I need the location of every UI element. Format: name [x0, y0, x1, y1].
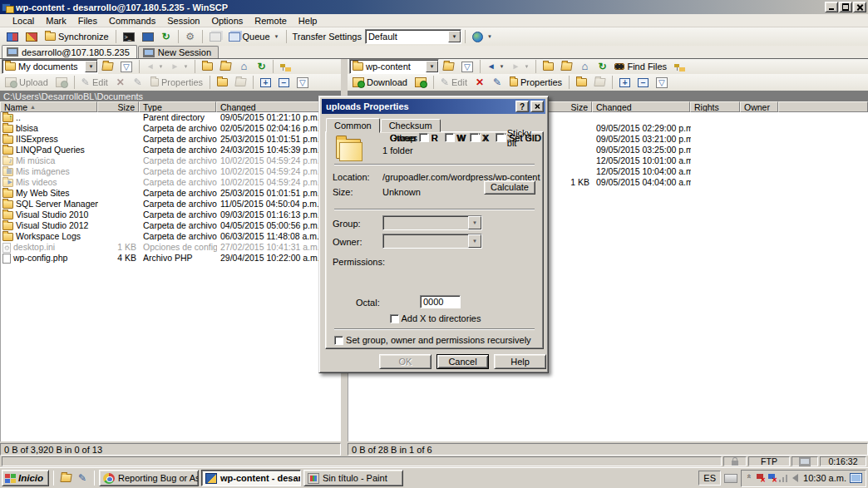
session-tab[interactable]: desarrollo@107.180.5.235 [2, 45, 137, 58]
column-header-type[interactable]: Type [139, 101, 216, 112]
file-row[interactable]: Mis imágenes Carpeta de archivos 10/02/2… [1, 166, 341, 177]
chevron-down-icon[interactable]: ▼ [468, 216, 481, 229]
preferences-button[interactable]: ⚙ [182, 28, 199, 45]
file-row[interactable]: Workspace Logs Carpeta de archivos 06/03… [1, 231, 341, 242]
file-row[interactable]: .. Parent directory 09/05/2015 01:21:10 … [1, 112, 341, 123]
show-desktop-button[interactable] [850, 473, 862, 483]
menu-item[interactable]: Local [7, 15, 40, 27]
execute-checkbox[interactable] [470, 133, 479, 142]
menu-item[interactable]: Help [293, 15, 323, 27]
dialog-help-button[interactable]: ? [515, 101, 529, 112]
file-row[interactable]: SQL Server Manageme... Carpeta de archiv… [1, 199, 341, 209]
menu-item[interactable]: Options [205, 15, 249, 27]
read-checkbox[interactable] [419, 133, 428, 142]
file-row[interactable]: LINQPad Queries Carpeta de archivos 24/0… [1, 145, 341, 155]
menu-item[interactable]: Files [72, 15, 103, 27]
left-refresh-button[interactable]: ↻ [253, 58, 269, 75]
group-combo[interactable]: ▼ [382, 215, 482, 230]
open-in-putty-button[interactable] [139, 28, 157, 45]
left-unselect-button[interactable]: − [275, 74, 293, 91]
right-new-file-button[interactable] [591, 74, 609, 91]
column-header-size[interactable]: Size [97, 101, 139, 112]
security-alert-icon[interactable] [756, 474, 764, 482]
chevron-down-icon[interactable]: ▼ [448, 31, 461, 42]
left-open-directory-button[interactable] [99, 58, 116, 75]
find-files-button[interactable]: Find Files [611, 58, 670, 75]
refresh-panels-button[interactable]: ↻ [158, 28, 175, 45]
right-rename-button[interactable]: ✎ [489, 74, 506, 91]
right-refresh-button[interactable]: ↻ [594, 58, 610, 75]
column-header-changed[interactable]: Changed [592, 101, 690, 112]
download-button[interactable]: Download [349, 74, 411, 91]
menu-item[interactable]: Remote [249, 15, 293, 27]
left-rename-button[interactable]: ✎ [130, 74, 146, 91]
column-header-rights[interactable]: Rights [690, 101, 740, 112]
right-unselect-button[interactable]: − [634, 74, 652, 91]
octal-input[interactable]: 0000 [420, 295, 461, 308]
close-button[interactable] [853, 2, 866, 12]
session-tab[interactable]: New Session [138, 46, 219, 58]
menu-item[interactable]: Commands [103, 15, 161, 27]
open-console-button[interactable]: >_ [120, 28, 138, 45]
right-selection-filter-button[interactable]: ▽ [653, 74, 671, 91]
file-row[interactable]: desktop.ini 1 KB Opciones de config... 2… [1, 242, 341, 253]
restore-button[interactable] [839, 2, 852, 12]
right-properties-button[interactable]: Properties [506, 74, 565, 91]
right-back-button[interactable]: ◄▼ [484, 58, 508, 75]
language-indicator[interactable]: ES [698, 471, 721, 486]
file-row[interactable]: My Web Sites Carpeta de archivos 25/03/2… [1, 188, 341, 199]
show-hidden-icons-button[interactable]: « [745, 475, 753, 482]
left-directory-combo[interactable]: My documents ▼ [2, 59, 98, 74]
menu-item[interactable]: Session [161, 15, 205, 27]
transfer-settings-combo[interactable]: Default ▼ [365, 29, 461, 44]
synchronize-browsing-button[interactable] [22, 28, 41, 45]
ok-button[interactable]: OK [379, 354, 432, 369]
calculate-button[interactable]: Calculate [484, 180, 535, 195]
download-and-delete-button[interactable] [412, 74, 430, 91]
left-select-button[interactable]: + [257, 74, 274, 91]
dialog-close-button[interactable] [530, 101, 544, 112]
right-directory-combo[interactable]: wp-content ▼ [349, 59, 439, 74]
task-button[interactable]: Sin título - Paint [303, 470, 403, 486]
right-root-directory-button[interactable] [558, 58, 575, 75]
upload-and-delete-button[interactable] [52, 74, 71, 91]
quick-launch-notes-button[interactable]: ✎ [75, 471, 90, 486]
network-signal-icon[interactable] [779, 474, 789, 482]
task-button[interactable]: Reporting Bug or Asking ... [99, 470, 199, 486]
left-delete-button[interactable]: ✕ [112, 74, 129, 91]
cancel-button[interactable]: Cancel [436, 354, 489, 369]
right-new-folder-button[interactable] [573, 74, 590, 91]
queue-button[interactable]: Queue▼ [225, 28, 283, 45]
upload-button[interactable]: Upload [2, 74, 52, 91]
start-button[interactable]: Inicio [2, 470, 49, 486]
special-checkbox[interactable] [496, 133, 505, 142]
left-filter-button[interactable]: ▽ [117, 58, 136, 75]
left-properties-button[interactable]: Properties [147, 74, 206, 91]
help-button[interactable]: Help [494, 354, 546, 369]
left-back-button[interactable]: ◄▼ [143, 58, 167, 75]
dialog-tab[interactable]: Common [326, 118, 380, 133]
menu-item[interactable]: Mark [40, 15, 72, 27]
quick-launch-explorer-button[interactable] [58, 471, 73, 486]
right-select-button[interactable]: + [616, 74, 634, 91]
file-row[interactable]: Visual Studio 2012 Carpeta de archivos 0… [1, 220, 341, 231]
chevron-down-icon[interactable]: ▼ [468, 234, 481, 248]
left-new-folder-button[interactable] [214, 74, 231, 91]
left-tree-button[interactable] [277, 58, 294, 75]
right-parent-directory-button[interactable] [540, 58, 557, 75]
owner-combo[interactable]: ▼ [382, 234, 482, 249]
right-edit-button[interactable]: ✎Edit [437, 74, 471, 91]
file-row[interactable]: Mi música Carpeta de archivos 10/02/2015… [1, 155, 341, 166]
minimize-button[interactable] [825, 2, 838, 12]
left-home-button[interactable]: ⌂ [235, 58, 252, 75]
update-alert-icon[interactable] [767, 474, 776, 482]
right-open-directory-button[interactable] [440, 58, 457, 75]
left-forward-button[interactable]: ►▼ [168, 58, 192, 75]
volume-icon[interactable] [792, 474, 798, 482]
task-button[interactable]: wp-content - desarrol... [201, 470, 301, 486]
transfer-options-button[interactable]: ▼ [469, 28, 496, 45]
write-checkbox[interactable] [445, 133, 454, 142]
left-path-bar[interactable]: C:\Users\DesarrolloBL\Documents [0, 91, 341, 101]
right-home-button[interactable]: ⌂ [576, 58, 593, 75]
file-row[interactable]: IISExpress Carpeta de archivos 25/03/201… [1, 134, 341, 145]
